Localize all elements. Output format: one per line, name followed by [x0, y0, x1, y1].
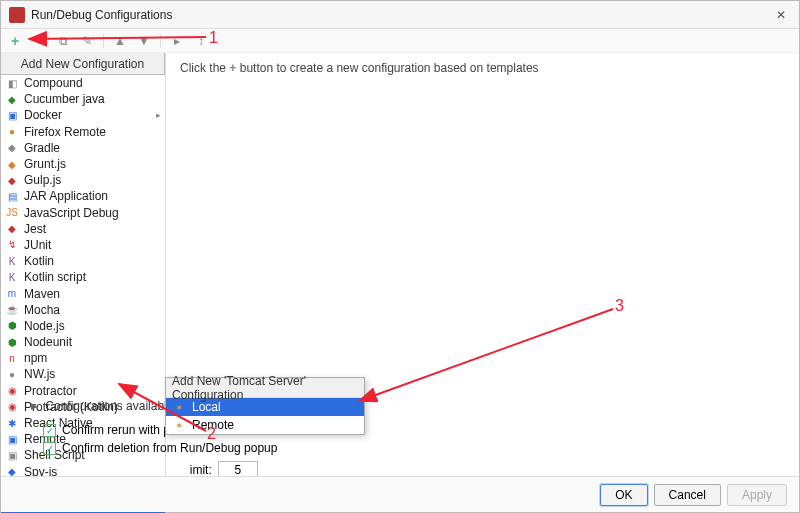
window-title: Run/Debug Configurations [31, 8, 771, 22]
type-label: JavaScript Debug [24, 206, 161, 220]
type-label: Gulp.js [24, 173, 161, 187]
type-icon: ▣ [5, 448, 19, 462]
type-label: Grunt.js [24, 157, 161, 171]
config-type-item[interactable]: ◉Protractor [1, 383, 165, 399]
close-button[interactable]: ✕ [771, 8, 791, 22]
config-type-item[interactable]: ◆Gulp.js [1, 172, 165, 188]
checkbox-icon: ✓ [43, 424, 56, 437]
type-label: Docker [24, 108, 151, 122]
chevron-right-icon: ▸ [156, 110, 161, 120]
config-type-item[interactable]: JSJavaScript Debug [1, 205, 165, 221]
tomcat-submenu: Add New 'Tomcat Server' Configuration ✶ … [165, 377, 365, 435]
config-type-item[interactable]: ⬢Node.js [1, 318, 165, 334]
config-type-item[interactable]: ●Firefox Remote [1, 124, 165, 140]
app-icon [9, 7, 25, 23]
type-label: JUnit [24, 238, 161, 252]
cancel-button[interactable]: Cancel [654, 484, 721, 506]
limit-label: imit: [190, 463, 212, 477]
type-label: Kotlin [24, 254, 161, 268]
type-icon: ↯ [5, 238, 19, 252]
type-label: Nodeunit [24, 335, 161, 349]
checkbox-icon: ✓ [43, 442, 56, 455]
tomcat-icon: ✶ [172, 400, 186, 414]
type-label: Cucumber java [24, 92, 161, 106]
config-type-item[interactable]: ↯JUnit [1, 237, 165, 253]
type-label: Maven [24, 287, 161, 301]
submenu-local-label: Local [192, 400, 221, 414]
type-label: Node.js [24, 319, 161, 333]
config-type-item[interactable]: ◆Gradle [1, 140, 165, 156]
type-icon: ◧ [5, 76, 19, 90]
type-icon: ◆ [5, 173, 19, 187]
empty-hint: Click the + button to create a new confi… [180, 61, 785, 75]
submenu-remote-label: Remote [192, 418, 234, 432]
type-icon: ◆ [5, 222, 19, 236]
type-label: Kotlin script [24, 270, 161, 284]
type-icon: ● [5, 125, 19, 139]
copy-button[interactable]: ⧉ [55, 33, 71, 49]
toolbar-separator [160, 34, 161, 48]
dialog-footer: OK Cancel Apply [1, 476, 799, 512]
submenu-remote[interactable]: ✶ Remote [166, 416, 364, 434]
ok-button[interactable]: OK [600, 484, 647, 506]
type-label: Protractor [24, 384, 161, 398]
config-type-item[interactable]: ⬢Nodeunit [1, 334, 165, 350]
config-type-item[interactable]: ◆Grunt.js [1, 156, 165, 172]
config-type-item[interactable]: ◧Compound [1, 75, 165, 91]
config-type-item[interactable]: KKotlin [1, 253, 165, 269]
remove-button[interactable]: − [31, 33, 47, 49]
type-icon: ◆ [5, 141, 19, 155]
config-type-item[interactable]: ●NW.js [1, 366, 165, 382]
type-icon: ◉ [5, 400, 19, 414]
tomcat-icon: ✶ [172, 418, 186, 432]
type-icon: ◆ [5, 157, 19, 171]
config-type-item[interactable]: ☕Mocha [1, 302, 165, 318]
type-label: npm [24, 351, 161, 365]
add-button[interactable]: + [7, 33, 23, 49]
type-icon: K [5, 254, 19, 268]
edit-button[interactable]: ✎ [79, 33, 95, 49]
config-type-item[interactable]: ▤JAR Application [1, 188, 165, 204]
type-label: Compound [24, 76, 161, 90]
type-label: NW.js [24, 367, 161, 381]
type-icon: ◆ [5, 92, 19, 106]
type-icon: ▣ [5, 432, 19, 446]
type-label: JAR Application [24, 189, 161, 203]
folder-button[interactable]: ▸ [169, 33, 185, 49]
add-new-config-header: Add New Configuration [1, 53, 165, 75]
type-icon: JS [5, 206, 19, 220]
type-icon: n [5, 351, 19, 365]
config-type-item[interactable]: ▣Docker▸ [1, 107, 165, 123]
submenu-header: Add New 'Tomcat Server' Configuration [166, 378, 364, 398]
config-type-item[interactable]: nnpm [1, 350, 165, 366]
toolbar: + − ⧉ ✎ ▲ ▼ ▸ ↕ [1, 29, 799, 53]
type-label: Firefox Remote [24, 125, 161, 139]
config-type-item[interactable]: mMaven [1, 285, 165, 301]
type-icon: ✱ [5, 416, 19, 430]
type-icon: ▣ [5, 108, 19, 122]
type-icon: m [5, 287, 19, 301]
type-icon: ▤ [5, 189, 19, 203]
type-icon: ☕ [5, 303, 19, 317]
up-button[interactable]: ▲ [112, 33, 128, 49]
confirm-delete-checkbox[interactable]: ✓ Confirm deletion from Run/Debug popup [43, 441, 531, 455]
type-label: Gradle [24, 141, 161, 155]
type-icon: ◉ [5, 384, 19, 398]
sort-button[interactable]: ↕ [193, 33, 209, 49]
apply-button[interactable]: Apply [727, 484, 787, 506]
confirm-delete-label: Confirm deletion from Run/Debug popup [62, 441, 277, 455]
type-icon: ⬢ [5, 335, 19, 349]
titlebar: Run/Debug Configurations ✕ [1, 1, 799, 29]
config-type-item[interactable]: ◆Jest [1, 221, 165, 237]
type-icon: ⬢ [5, 319, 19, 333]
type-icon: K [5, 270, 19, 284]
config-type-item[interactable]: ◆Cucumber java [1, 91, 165, 107]
type-label: Jest [24, 222, 161, 236]
toolbar-separator [103, 34, 104, 48]
type-icon: ● [5, 367, 19, 381]
down-button[interactable]: ▼ [136, 33, 152, 49]
type-label: Mocha [24, 303, 161, 317]
chevron-right-icon: ▶ [31, 401, 38, 411]
config-type-item[interactable]: KKotlin script [1, 269, 165, 285]
